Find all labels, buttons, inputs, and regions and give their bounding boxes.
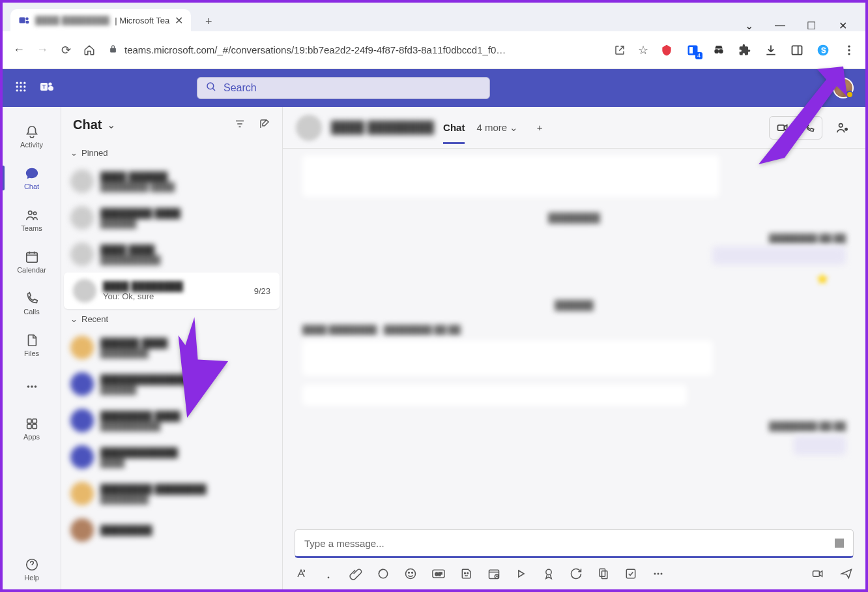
- extension-s-icon[interactable]: [816, 43, 830, 57]
- address-bar[interactable]: teams.microsoft.com/_#/conversations/19:…: [106, 39, 603, 61]
- rail-calendar[interactable]: Calendar: [3, 241, 61, 282]
- rail-more[interactable]: [3, 366, 61, 407]
- rail-apps[interactable]: Apps: [3, 408, 61, 449]
- chat-item[interactable]: ████████████████: [61, 439, 282, 475]
- own-message-bubble: [794, 436, 846, 455]
- stream-icon[interactable]: [515, 567, 528, 583]
- date-separator: ████████: [548, 213, 600, 223]
- svg-rect-7: [792, 46, 802, 54]
- avatar: [73, 279, 96, 303]
- message-composer[interactable]: Type a message...: [295, 529, 854, 558]
- add-tab-button[interactable]: +: [530, 118, 549, 138]
- extensions-menu-icon[interactable]: [738, 43, 752, 57]
- chat-item[interactable]: ██████████████████████: [61, 366, 282, 402]
- svg-point-6: [719, 49, 723, 53]
- new-tab-button[interactable]: +: [199, 12, 218, 31]
- svg-point-5: [714, 49, 719, 53]
- chat-item[interactable]: ████████ ██████████: [61, 200, 282, 236]
- forward-button[interactable]: →: [35, 43, 50, 57]
- updates-icon[interactable]: [570, 567, 583, 583]
- rail-label: Help: [24, 574, 39, 582]
- conversation-panel: ████ ████████ Chat 4 more ⌄ +: [283, 107, 865, 589]
- format-icon[interactable]: [295, 567, 308, 583]
- pinned-section-header[interactable]: ⌄ Pinned: [61, 143, 282, 163]
- chat-item[interactable]: ████████: [61, 512, 282, 548]
- url-text: teams.microsoft.com/_#/conversations/19:…: [124, 44, 506, 55]
- message-sender-ts: ████ ████████ · ████████ ██:██: [302, 325, 461, 334]
- side-panel-icon[interactable]: [790, 43, 804, 57]
- svg-rect-34: [27, 424, 31, 428]
- svg-point-38: [839, 123, 843, 127]
- tab-title-suffix: | Microsoft Tea: [115, 16, 169, 25]
- rail-chat[interactable]: Chat: [3, 158, 61, 198]
- minimize-window-icon[interactable]: —: [774, 20, 786, 31]
- rail-activity[interactable]: Activity: [3, 116, 61, 156]
- chevron-down-icon[interactable]: ⌄: [107, 119, 115, 131]
- more-actions-icon[interactable]: [652, 567, 665, 583]
- teams-search[interactable]: Search: [197, 77, 490, 99]
- address-row: ← → ⟳ teams.microsoft.com/_#/conversatio…: [3, 31, 865, 69]
- filter-icon[interactable]: [234, 118, 246, 132]
- sticker-icon[interactable]: [460, 567, 473, 583]
- video-call-icon[interactable]: [770, 117, 796, 139]
- gif-icon[interactable]: GIF: [431, 567, 446, 583]
- svg-text:GIF: GIF: [435, 572, 442, 576]
- attach-icon[interactable]: [349, 567, 362, 583]
- close-window-icon[interactable]: ✕: [837, 20, 848, 31]
- emoji-icon[interactable]: [404, 567, 417, 583]
- rail-calls[interactable]: Calls: [3, 283, 61, 323]
- svg-rect-53: [602, 571, 607, 579]
- chat-item-selected[interactable]: ████ ████████ You: Ok, sure 9/23: [64, 273, 280, 309]
- svg-point-44: [412, 572, 413, 574]
- extension-incognito-icon[interactable]: [712, 43, 726, 57]
- chevron-down-icon[interactable]: ⌄: [743, 20, 755, 31]
- teams-topbar: T Search: [3, 69, 865, 107]
- audio-call-icon[interactable]: [796, 117, 822, 139]
- priority-icon[interactable]: [322, 567, 335, 583]
- chat-item[interactable]: ████ ██████████████ ████: [61, 163, 282, 200]
- message-timestamp: ████████ ██:██: [769, 233, 846, 243]
- app-launcher-icon[interactable]: [14, 80, 27, 96]
- bookmark-star-icon[interactable]: ☆: [636, 43, 650, 57]
- viva-insights-icon[interactable]: [597, 567, 610, 583]
- rail-files[interactable]: Files: [3, 325, 61, 365]
- chat-item[interactable]: ████████ ██████████████: [61, 402, 282, 439]
- conversation-body[interactable]: ████████ ████████ ██:██ ⭐ ██████ ████ ██…: [283, 149, 865, 529]
- approvals-icon[interactable]: [542, 567, 555, 583]
- video-clip-icon[interactable]: [811, 567, 825, 583]
- chat-item[interactable]: ██████ ████████████: [61, 329, 282, 366]
- svg-point-40: [328, 577, 330, 579]
- user-avatar[interactable]: [833, 78, 854, 98]
- send-icon[interactable]: [839, 567, 854, 583]
- chat-item[interactable]: ████████ ████████████████: [61, 475, 282, 512]
- svg-rect-35: [32, 424, 36, 428]
- home-button[interactable]: [82, 43, 96, 57]
- loop-icon[interactable]: [377, 567, 390, 583]
- browser-tab[interactable]: ████ ████████ | Microsoft Tea ✕: [10, 9, 191, 31]
- svg-point-42: [406, 569, 416, 579]
- tab-strip: ████ ████████ | Microsoft Tea ✕ + ⌄ — ☐ …: [3, 3, 865, 31]
- recent-section-header[interactable]: ⌄ Recent: [61, 309, 282, 329]
- conv-tab-chat[interactable]: Chat: [443, 122, 465, 144]
- back-button[interactable]: ←: [12, 43, 26, 57]
- downloads-icon[interactable]: [764, 43, 778, 57]
- extension-adblock-icon[interactable]: [659, 43, 674, 57]
- polls-icon[interactable]: [624, 567, 637, 583]
- tab-close-icon[interactable]: ✕: [175, 14, 183, 27]
- share-url-icon[interactable]: [613, 43, 627, 57]
- teams-logo-icon[interactable]: T: [39, 79, 55, 97]
- reload-button[interactable]: ⟳: [59, 43, 73, 57]
- rail-help[interactable]: Help: [3, 549, 61, 589]
- extension-panel-icon[interactable]: 4: [686, 43, 700, 57]
- search-icon: [205, 81, 217, 95]
- conv-more-tabs[interactable]: 4 more ⌄: [476, 122, 518, 134]
- browser-menu-icon[interactable]: [842, 43, 856, 57]
- schedule-send-icon[interactable]: [487, 567, 500, 583]
- chat-list-title: Chat: [73, 117, 102, 132]
- chat-item[interactable]: ████ ██████████████: [61, 236, 282, 273]
- maximize-window-icon[interactable]: ☐: [805, 20, 817, 31]
- composer-caret-icon: [835, 539, 844, 548]
- rail-teams[interactable]: Teams: [3, 200, 61, 240]
- add-people-icon[interactable]: [833, 118, 852, 138]
- new-chat-icon[interactable]: [259, 118, 270, 132]
